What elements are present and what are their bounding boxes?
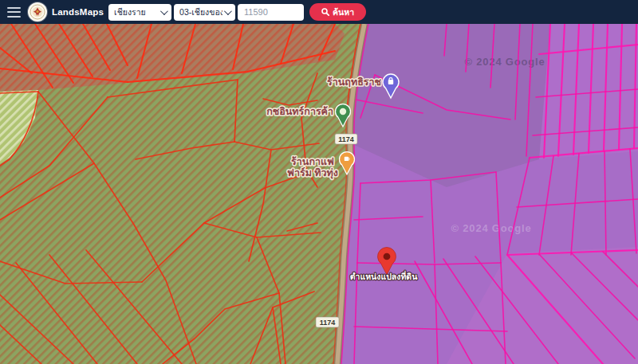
- place-dot-icon: [340, 108, 346, 115]
- chevron-down-icon: [224, 7, 232, 15]
- app-title: LandsMaps: [52, 7, 104, 17]
- chevron-down-icon: [160, 7, 168, 15]
- poi-trade-label: กชอินทร์การค้า: [266, 105, 333, 117]
- pin-center-dot: [384, 253, 391, 260]
- poi-shop-label: ร้านฤทธิราช: [327, 76, 381, 88]
- parcel-location-label: ตำแหน่งแปลงที่ดิน: [350, 270, 418, 281]
- emblem-icon: [29, 3, 46, 21]
- province-select[interactable]: เชียงราย: [108, 4, 171, 21]
- search-button[interactable]: ค้นหา: [309, 3, 366, 21]
- landsmaps-app: LandsMaps เชียงราย 03-เชียงของ ค้นหา: [0, 0, 638, 364]
- search-button-label: ค้นหา: [333, 6, 354, 19]
- svg-text:1174: 1174: [338, 135, 354, 143]
- province-select-value: เชียงราย: [114, 6, 159, 19]
- district-select-value: 03-เชียงของ: [179, 6, 223, 19]
- district-select[interactable]: 03-เชียงของ: [174, 4, 235, 21]
- top-navbar: LandsMaps เชียงราย 03-เชียงของ ค้นหา: [0, 0, 638, 24]
- map-canvas[interactable]: © 2024 Google © 2024 Google: [0, 24, 638, 364]
- road-shield-1174-lower: 1174: [316, 317, 339, 327]
- parcel-number-input[interactable]: [238, 4, 304, 21]
- poi-cafe-label-line2: ฟาร์ม ทิวทุ่ง: [287, 166, 338, 179]
- menu-hamburger-icon[interactable]: [7, 7, 21, 18]
- google-watermark: © 2024 Google: [465, 56, 545, 68]
- google-watermark: © 2024 Google: [451, 222, 532, 234]
- svg-text:1174: 1174: [320, 319, 336, 327]
- search-icon: [321, 8, 329, 16]
- map-layers: © 2024 Google © 2024 Google: [0, 24, 638, 364]
- poi-cafe-label-line1: ร้านกาแฟ: [291, 156, 334, 167]
- department-of-lands-logo[interactable]: [28, 2, 47, 22]
- road-shield-1174-upper: 1174: [335, 134, 357, 144]
